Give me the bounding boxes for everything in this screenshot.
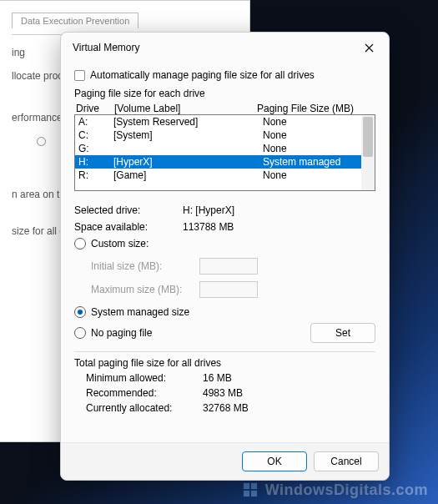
selected-drive-label: Selected drive: <box>74 204 183 216</box>
drive-paging-size: None <box>263 115 371 129</box>
system-managed-label: System managed size <box>91 306 189 318</box>
drive-list[interactable]: A:[System Reserved]NoneC:[System]NoneG:N… <box>74 114 375 191</box>
min-allowed-label: Minimum allowed: <box>86 372 203 384</box>
drive-row[interactable]: H:[HyperX]System managed <box>75 155 375 169</box>
drive-volume-label <box>113 142 263 155</box>
maximum-size-input <box>199 281 258 298</box>
drive-letter: H: <box>78 155 113 169</box>
col-drive: Drive <box>76 103 114 114</box>
drive-paging-size: None <box>263 129 371 142</box>
drive-volume-label: [HyperX] <box>113 155 263 169</box>
svg-rect-3 <box>251 491 257 496</box>
watermark: WindowsDigitals.com <box>243 481 428 499</box>
drive-volume-label: [System Reserved] <box>113 115 263 129</box>
drive-letter: A: <box>78 115 113 129</box>
currently-allocated-label: Currently allocated: <box>86 402 203 414</box>
space-available-value: 113788 MB <box>183 221 375 233</box>
close-icon <box>365 43 374 53</box>
drive-volume-label: [System] <box>113 129 263 142</box>
custom-size-radio[interactable] <box>74 238 86 249</box>
tab-dep[interactable]: Data Execution Prevention <box>12 13 138 28</box>
svg-rect-1 <box>251 483 257 489</box>
auto-manage-label: Automatically manage paging file size fo… <box>90 69 315 81</box>
initial-size-input <box>199 258 258 275</box>
dialog-title: Virtual Memory <box>73 42 350 53</box>
drive-letter: R: <box>78 169 113 182</box>
virtual-memory-dialog: Virtual Memory Automatically manage pagi… <box>60 32 390 481</box>
scrollbar-thumb[interactable] <box>363 117 373 157</box>
ok-button[interactable]: OK <box>242 451 307 471</box>
divider <box>74 351 375 352</box>
initial-size-label: Initial size (MB): <box>91 260 199 272</box>
bg-radio <box>37 137 46 146</box>
close-button[interactable] <box>350 35 387 60</box>
titlebar: Virtual Memory <box>61 33 389 63</box>
currently-allocated-value: 32768 MB <box>203 402 249 414</box>
recommended-value: 4983 MB <box>203 387 243 399</box>
drive-paging-size: None <box>263 142 371 155</box>
no-paging-radio[interactable] <box>74 327 86 339</box>
drive-paging-size: None <box>263 169 371 182</box>
per-drive-heading: Paging file size for each drive <box>74 88 375 99</box>
col-volume-label: [Volume Label] <box>114 103 257 114</box>
drive-row[interactable]: A:[System Reserved]None <box>75 115 375 129</box>
drive-row[interactable]: R:[Game]None <box>75 169 375 182</box>
drive-row[interactable]: C:[System]None <box>75 129 375 142</box>
col-paging-size: Paging File Size (MB) <box>257 103 374 114</box>
recommended-label: Recommended: <box>86 387 203 399</box>
custom-size-label: Custom size: <box>91 238 149 249</box>
drive-volume-label: [Game] <box>113 169 263 182</box>
set-button[interactable]: Set <box>310 323 375 343</box>
drive-headers: Drive [Volume Label] Paging File Size (M… <box>74 103 375 114</box>
space-available-label: Space available: <box>74 221 183 233</box>
drive-letter: C: <box>78 129 113 142</box>
totals-heading: Total paging file size for all drives <box>74 357 375 369</box>
system-managed-radio[interactable] <box>74 306 86 318</box>
drive-paging-size: System managed <box>263 155 371 169</box>
min-allowed-value: 16 MB <box>203 372 232 384</box>
auto-manage-checkbox[interactable] <box>74 70 85 81</box>
drive-row[interactable]: G:None <box>75 142 375 155</box>
svg-rect-0 <box>244 483 249 489</box>
cancel-button[interactable]: Cancel <box>314 451 379 471</box>
svg-rect-2 <box>244 491 249 496</box>
scrollbar[interactable] <box>361 115 375 190</box>
maximum-size-label: Maximum size (MB): <box>91 284 199 295</box>
drive-letter: G: <box>78 142 113 155</box>
selected-drive-value: H: [HyperX] <box>183 204 375 216</box>
no-paging-label: No paging file <box>91 327 152 339</box>
